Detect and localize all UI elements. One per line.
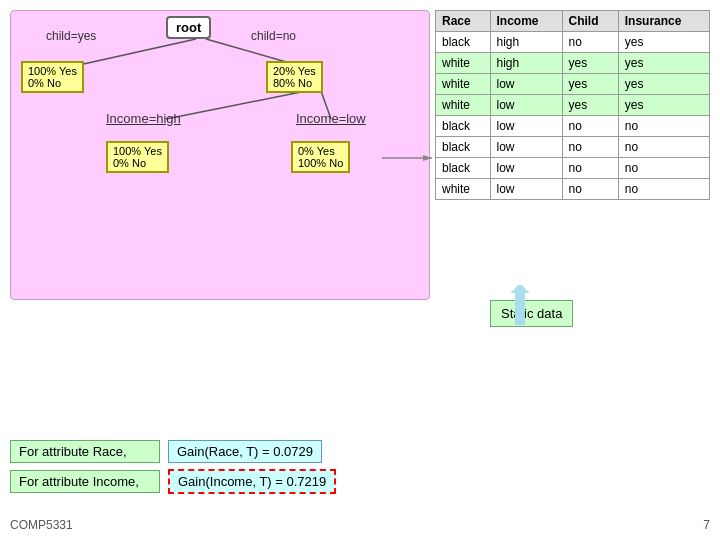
cell-insurance: no bbox=[618, 179, 709, 200]
table-row: blacklownono bbox=[436, 116, 710, 137]
table-row: whitelownono bbox=[436, 179, 710, 200]
col-race: Race bbox=[436, 11, 491, 32]
attr-race-value: Gain(Race, T) = 0.0729 bbox=[168, 440, 322, 463]
cell-race: black bbox=[436, 137, 491, 158]
cell-insurance: yes bbox=[618, 53, 709, 74]
data-table-container: Race Income Child Insurance blackhighnoy… bbox=[435, 10, 710, 200]
cell-insurance: no bbox=[618, 158, 709, 179]
cell-race: white bbox=[436, 95, 491, 116]
cell-income: low bbox=[490, 95, 562, 116]
tree-connections-svg bbox=[11, 11, 431, 301]
leaf-topleft: 100% Yes 0% No bbox=[21, 61, 84, 93]
cell-child: no bbox=[562, 158, 618, 179]
cell-income: high bbox=[490, 53, 562, 74]
cell-child: yes bbox=[562, 74, 618, 95]
cell-insurance: yes bbox=[618, 32, 709, 53]
cell-child: yes bbox=[562, 95, 618, 116]
attr-row-race: For attribute Race, Gain(Race, T) = 0.07… bbox=[10, 440, 710, 463]
col-child: Child bbox=[562, 11, 618, 32]
table-row: blackhighnoyes bbox=[436, 32, 710, 53]
cell-income: low bbox=[490, 74, 562, 95]
cell-race: black bbox=[436, 116, 491, 137]
child-yes-label: child=yes bbox=[46, 29, 96, 43]
cell-income: low bbox=[490, 116, 562, 137]
table-row: whitehighyesyes bbox=[436, 53, 710, 74]
root-node: root bbox=[166, 16, 211, 39]
attr-income-label: For attribute Income, bbox=[10, 470, 160, 493]
income-low-label: Income=low bbox=[296, 111, 366, 126]
attr-race-label: For attribute Race, bbox=[10, 440, 160, 463]
table-row: blacklownono bbox=[436, 158, 710, 179]
cell-race: black bbox=[436, 32, 491, 53]
cell-child: no bbox=[562, 179, 618, 200]
svg-line-2 bbox=[166, 91, 306, 119]
cell-child: yes bbox=[562, 53, 618, 74]
income-high-label: Income=high bbox=[106, 111, 181, 126]
cell-child: no bbox=[562, 32, 618, 53]
cell-insurance: yes bbox=[618, 74, 709, 95]
col-insurance: Insurance bbox=[618, 11, 709, 32]
table-row: whitelowyesyes bbox=[436, 95, 710, 116]
cell-race: white bbox=[436, 74, 491, 95]
attr-income-value: Gain(Income, T) = 0.7219 bbox=[168, 469, 336, 494]
cell-income: low bbox=[490, 158, 562, 179]
cell-child: no bbox=[562, 137, 618, 158]
cell-child: no bbox=[562, 116, 618, 137]
cell-race: black bbox=[436, 158, 491, 179]
cell-race: white bbox=[436, 179, 491, 200]
tree-to-table-arrow bbox=[382, 148, 442, 168]
child-no-label: child=no bbox=[251, 29, 296, 43]
svg-marker-7 bbox=[510, 285, 530, 293]
table-header-row: Race Income Child Insurance bbox=[436, 11, 710, 32]
attributes-section: For attribute Race, Gain(Race, T) = 0.07… bbox=[10, 440, 710, 500]
table-row: whitelowyesyes bbox=[436, 74, 710, 95]
root-label: root bbox=[176, 20, 201, 35]
cell-insurance: no bbox=[618, 137, 709, 158]
course-label: COMP5331 bbox=[10, 518, 73, 532]
attr-row-income: For attribute Income, Gain(Income, T) = … bbox=[10, 469, 710, 494]
cell-income: low bbox=[490, 137, 562, 158]
cell-insurance: yes bbox=[618, 95, 709, 116]
col-income: Income bbox=[490, 11, 562, 32]
cell-income: high bbox=[490, 32, 562, 53]
tree-diagram: root child=yes child=no 100% Yes 0% No 2… bbox=[10, 10, 430, 300]
cell-race: white bbox=[436, 53, 491, 74]
leaf-bottomleft: 100% Yes 0% No bbox=[106, 141, 169, 173]
table-row: blacklownono bbox=[436, 137, 710, 158]
cell-insurance: no bbox=[618, 116, 709, 137]
cell-income: low bbox=[490, 179, 562, 200]
static-data-arrow bbox=[505, 285, 535, 325]
data-table: Race Income Child Insurance blackhighnoy… bbox=[435, 10, 710, 200]
footer: COMP5331 7 bbox=[10, 518, 710, 532]
leaf-topright: 20% Yes 80% No bbox=[266, 61, 323, 93]
page-number: 7 bbox=[703, 518, 710, 532]
leaf-bottomright: 0% Yes 100% No bbox=[291, 141, 350, 173]
